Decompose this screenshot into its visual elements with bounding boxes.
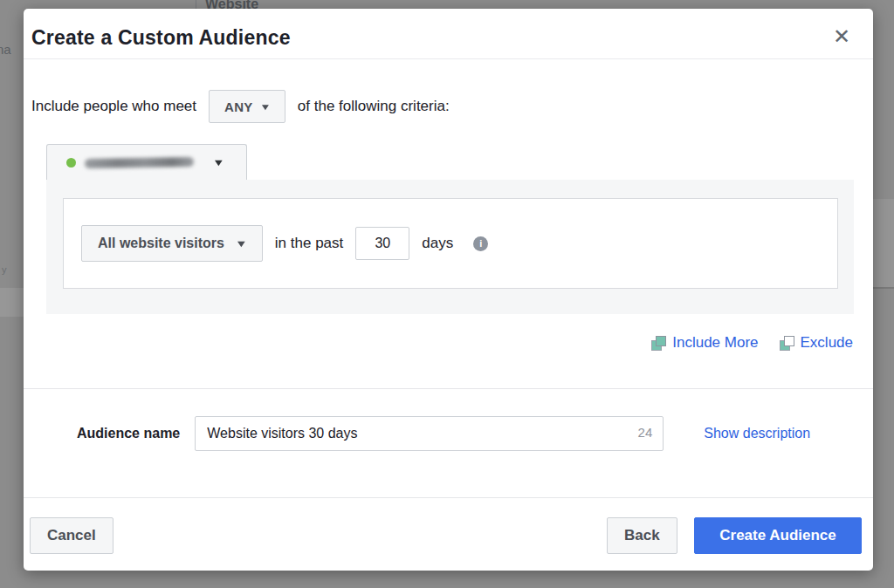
show-description-link[interactable]: Show description xyxy=(704,426,810,441)
create-custom-audience-dialog: Create a Custom Audience ✕ Include peopl… xyxy=(24,9,873,571)
background-text-fragment-left: na xyxy=(0,42,11,57)
audience-actions: Include More Exclude xyxy=(651,334,853,352)
info-icon[interactable]: i xyxy=(473,236,488,251)
exclude-button[interactable]: Exclude xyxy=(780,334,853,352)
include-more-button[interactable]: Include More xyxy=(651,334,758,352)
dialog-header: Create a Custom Audience ✕ xyxy=(24,9,873,59)
match-operator-dropdown[interactable]: ANY ▼ xyxy=(209,90,285,123)
audience-name-label: Audience name xyxy=(77,426,180,441)
chevron-down-icon: ▼ xyxy=(259,102,272,112)
background-row-band-left xyxy=(0,288,24,317)
redacted-pixel-name xyxy=(85,156,194,168)
dialog-title: Create a Custom Audience xyxy=(31,26,291,50)
website-event-value: All website visitors xyxy=(98,236,224,251)
criteria-suffix-label: of the following criteria: xyxy=(298,98,450,115)
pixel-source-dropdown[interactable]: ▼ xyxy=(46,144,247,180)
retention-prefix-label: in the past xyxy=(275,235,343,252)
cancel-button[interactable]: Cancel xyxy=(30,517,113,554)
criteria-sentence: Include people who meet ANY ▼ of the fol… xyxy=(31,90,450,123)
audience-name-input[interactable] xyxy=(195,416,664,451)
include-more-label: Include More xyxy=(672,334,758,352)
exclude-icon xyxy=(780,336,794,351)
match-operator-value: ANY xyxy=(224,99,253,114)
section-divider xyxy=(24,388,873,389)
rule-box: All website visitors ▼ in the past days … xyxy=(63,198,838,289)
days-unit-label: days xyxy=(422,235,453,252)
rule-row: All website visitors ▼ in the past days … xyxy=(81,225,488,262)
background-text-fragment-left-2: y xyxy=(2,264,7,275)
character-count: 24 xyxy=(638,425,653,440)
chevron-down-icon: ▼ xyxy=(235,238,248,249)
criteria-prefix-label: Include people who meet xyxy=(31,98,196,115)
pixel-active-status-dot xyxy=(66,158,76,168)
audience-name-input-wrap: 24 xyxy=(195,416,664,451)
close-icon[interactable]: ✕ xyxy=(829,24,854,49)
footer-divider xyxy=(24,497,873,498)
retention-days-input[interactable] xyxy=(355,227,409,260)
background-row-band-right xyxy=(873,199,894,289)
website-event-dropdown[interactable]: All website visitors ▼ xyxy=(81,225,263,262)
audience-name-row: Audience name 24 Show description xyxy=(77,416,810,451)
create-audience-button[interactable]: Create Audience xyxy=(694,517,862,554)
include-more-icon xyxy=(651,336,666,351)
criteria-panel: All website visitors ▼ in the past days … xyxy=(46,180,854,314)
back-button[interactable]: Back xyxy=(607,517,677,554)
exclude-label: Exclude xyxy=(801,334,853,352)
chevron-down-icon: ▼ xyxy=(212,157,225,168)
